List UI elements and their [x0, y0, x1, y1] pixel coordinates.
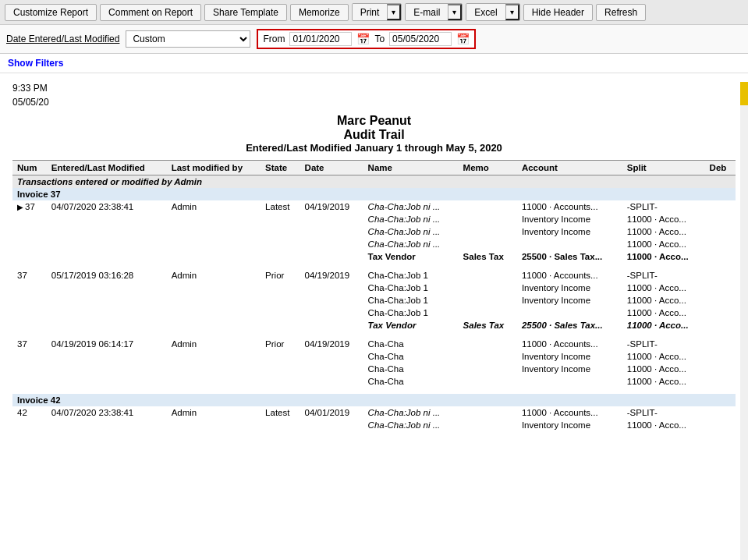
cell-name: Cha-Cha:Job ni ... — [363, 225, 459, 238]
cell-date: 04/01/2019 — [300, 406, 363, 419]
cell-name: Cha-Cha:Job 1 — [363, 294, 459, 307]
cell-num: ▶37 — [12, 200, 47, 213]
col-state: State — [261, 161, 300, 175]
print-arrow-button[interactable]: ▾ — [387, 4, 401, 20]
cell-split: 11000 · Acco... — [622, 250, 705, 263]
cell-date: 04/19/2019 — [300, 269, 363, 282]
cell-state: Prior — [261, 269, 300, 282]
date-filter-label: Date Entered/Last Modified — [6, 34, 119, 44]
cell-account: 11000 · Accounts... — [517, 406, 622, 419]
report-company: Marc Peanut — [12, 114, 736, 128]
cell-name: Cha-Cha — [363, 375, 459, 388]
section-header-row: Transactions entered or modified by Admi… — [12, 175, 736, 189]
expand-arrow-icon[interactable]: ▶ — [17, 203, 23, 211]
cell-date: 04/19/2019 — [300, 338, 363, 350]
table-row: Cha-Cha:Job ni ... 11000 · Acco... — [12, 238, 736, 250]
col-date: Date — [300, 161, 363, 175]
cell-account: Inventory Income — [517, 225, 622, 238]
memorize-button[interactable]: Memorize — [290, 4, 349, 21]
spacer-row — [12, 331, 736, 338]
cell-num: 37 — [12, 338, 47, 350]
cell-name: Tax Vendor — [363, 319, 459, 331]
cell-memo: Sales Tax — [459, 319, 517, 331]
email-button-split[interactable]: E-mail ▾ — [405, 3, 463, 21]
excel-main-button[interactable]: Excel — [466, 4, 505, 20]
cell-account: 11000 · Accounts... — [517, 200, 622, 213]
comment-on-report-button[interactable]: Comment on Report — [100, 4, 201, 21]
col-modified-by: Last modified by — [167, 161, 261, 175]
cell-name: Cha-Cha:Job 1 — [363, 307, 459, 319]
cell-memo — [459, 269, 517, 282]
col-account: Account — [517, 161, 622, 175]
table-row: 37 05/17/2019 03:16:28 Admin Prior 04/19… — [12, 269, 736, 282]
group-header-label-invoice37: Invoice 37 — [12, 188, 736, 200]
cell-num — [12, 213, 47, 225]
cell-state — [261, 213, 300, 225]
scrollbar-track — [740, 82, 748, 551]
report-name: Audit Trail — [12, 128, 736, 142]
table-row: Cha-Cha:Job ni ... Inventory Income 1100… — [12, 213, 736, 225]
show-filters-link[interactable]: Show Filters — [8, 58, 63, 69]
from-date-input[interactable] — [289, 32, 352, 46]
cell-split: 11000 · Acco... — [622, 350, 705, 363]
cell-name: Cha-Cha — [363, 338, 459, 350]
cell-date: 04/19/2019 — [300, 200, 363, 213]
table-row: Cha-Cha:Job 1 Inventory Income 11000 · A… — [12, 294, 736, 307]
cell-split: 11000 · Acco... — [622, 375, 705, 388]
to-date-input[interactable] — [389, 32, 452, 46]
cell-entered — [47, 213, 167, 225]
cell-name: Tax Vendor — [363, 250, 459, 263]
col-num: Num — [12, 161, 47, 175]
group-header-row-invoice37: Invoice 37 — [12, 188, 736, 200]
section-header-label: Transactions entered or modified by Admi… — [12, 175, 736, 189]
cell-account: Inventory Income — [517, 294, 622, 307]
cell-split: -SPLIT- — [622, 406, 705, 419]
cell-name: Cha-Cha:Job ni ... — [363, 419, 459, 431]
refresh-button[interactable]: Refresh — [596, 4, 646, 21]
col-entered: Entered/Last Modified — [47, 161, 167, 175]
cell-split: -SPLIT- — [622, 269, 705, 282]
cell-split: 11000 · Acco... — [622, 294, 705, 307]
cell-deb — [705, 213, 736, 225]
to-label: To — [374, 34, 385, 44]
excel-arrow-button[interactable]: ▾ — [505, 4, 519, 20]
to-calendar-icon[interactable]: 📅 — [456, 33, 470, 45]
table-row: 37 04/19/2019 06:14:17 Admin Prior 04/19… — [12, 338, 736, 350]
report-title-block: Marc Peanut Audit Trail Entered/Last Mod… — [12, 114, 736, 154]
show-filters-bar: Show Filters — [0, 54, 748, 73]
print-button-split[interactable]: Print ▾ — [352, 3, 402, 21]
from-label: From — [263, 34, 285, 44]
cell-state: Prior — [261, 338, 300, 350]
share-template-button[interactable]: Share Template — [204, 4, 287, 21]
report-time-block: 9:33 PM 05/05/20 — [12, 81, 736, 109]
customize-report-button[interactable]: Customize Report — [5, 4, 97, 21]
col-memo: Memo — [459, 161, 517, 175]
scrollbar-thumb[interactable] — [740, 82, 748, 105]
cell-split: 11000 · Acco... — [622, 363, 705, 375]
group-header-row-invoice42: Invoice 42 — [12, 394, 736, 406]
email-main-button[interactable]: E-mail — [406, 4, 448, 20]
cell-memo — [459, 213, 517, 225]
col-deb: Deb — [705, 161, 736, 175]
cell-name: Cha-Cha:Job 1 — [363, 282, 459, 294]
cell-modified-by: Admin — [167, 406, 261, 419]
cell-modified-by: Admin — [167, 269, 261, 282]
email-arrow-button[interactable]: ▾ — [448, 4, 462, 20]
cell-entered: 04/19/2019 06:14:17 — [47, 338, 167, 350]
from-calendar-icon[interactable]: 📅 — [356, 33, 370, 45]
cell-account: Inventory Income — [517, 350, 622, 363]
cell-account: Inventory Income — [517, 419, 622, 431]
cell-modified-by: Admin — [167, 200, 261, 213]
cell-split: 11000 · Acco... — [622, 225, 705, 238]
cell-memo — [459, 225, 517, 238]
table-row: Cha-Cha Inventory Income 11000 · Acco... — [12, 363, 736, 375]
table-row: Cha-Cha:Job 1 11000 · Acco... — [12, 307, 736, 319]
cell-account: 11000 · Accounts... — [517, 338, 622, 350]
hide-header-button[interactable]: Hide Header — [523, 4, 593, 21]
toolbar: Customize Report Comment on Report Share… — [0, 0, 748, 25]
excel-button-split[interactable]: Excel ▾ — [466, 3, 519, 21]
date-filter-select[interactable]: Custom — [126, 30, 250, 48]
group-header-label-invoice42: Invoice 42 — [12, 394, 736, 406]
table-row: 42 04/07/2020 23:38:41 Admin Latest 04/0… — [12, 406, 736, 419]
print-main-button[interactable]: Print — [353, 4, 388, 20]
